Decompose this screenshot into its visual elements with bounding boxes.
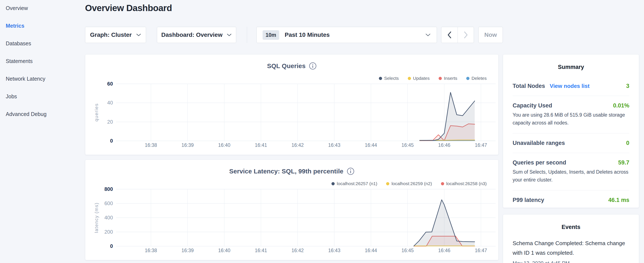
summary-row-capacity: Capacity Used 0.01% [512,102,629,109]
summary-row-qps: Queries per second 59.7 [512,159,629,166]
sql-queries-chart: 020406016:3816:3916:4016:4116:4216:4316:… [85,80,499,153]
chevron-down-icon [227,33,232,37]
time-range-label: Past 10 Minutes [285,32,425,38]
event-timestamp: May 13, 2020 at 4:45 PM [512,260,629,263]
qps-label: Queries per second [512,159,566,166]
sidebar-item-advanced-debug[interactable]: Advanced Debug [6,111,85,129]
svg-text:latency (ms): latency (ms) [94,202,99,233]
divider [512,190,629,190]
svg-text:16:44: 16:44 [365,248,377,253]
summary-row-total-nodes: Total Nodes View nodes list 3 [512,83,629,89]
events-panel: Events Schema Change Completed: Schema c… [503,214,639,263]
capacity-used-label: Capacity Used [512,102,552,109]
svg-text:40: 40 [107,100,113,106]
qps-value: 59.7 [618,159,629,166]
svg-text:16:38: 16:38 [145,142,157,148]
total-nodes-value: 3 [626,83,629,89]
unavailable-ranges-label: Unavailable ranges [512,140,565,146]
sidebar-nav: Overview Metrics Databases Statements Ne… [0,0,85,263]
svg-text:16:46: 16:46 [438,248,450,253]
graph-dropdown-label: Graph: Cluster [90,32,132,38]
info-icon[interactable] [309,62,316,70]
svg-text:0: 0 [110,138,113,144]
right-column: Summary Total Nodes View nodes list 3 Ca… [503,54,639,263]
time-step-buttons [441,27,474,43]
svg-text:800: 800 [104,186,113,192]
svg-text:16:39: 16:39 [182,248,194,253]
summary-title: Summary [512,64,629,70]
charts-column: SQL Queries SelectsUpdatesInsertsDeletes… [85,54,498,263]
svg-text:16:41: 16:41 [255,142,267,148]
svg-text:400: 400 [104,215,113,220]
capacity-used-value: 0.01% [613,102,629,109]
page-title: Overview Dashboard [85,3,172,13]
info-icon[interactable] [347,167,354,175]
svg-text:16:45: 16:45 [402,142,414,148]
dashboard-controls: Graph: Cluster Dashboard: Overview 10m P… [85,27,503,43]
svg-text:16:39: 16:39 [182,142,194,148]
dashboard-dropdown[interactable]: Dashboard: Overview [157,27,236,43]
svg-text:16:41: 16:41 [255,248,267,253]
svg-text:60: 60 [107,81,113,87]
svg-text:16:43: 16:43 [328,142,340,148]
svg-text:20: 20 [107,119,113,125]
svg-text:16:46: 16:46 [438,142,450,148]
chevron-down-icon [425,33,431,37]
now-button[interactable]: Now [478,27,503,43]
svg-text:16:40: 16:40 [218,248,230,253]
capacity-used-description: You are using 28.6 MiB of 515.9 GiB usab… [512,111,629,127]
divider [512,133,629,133]
time-range-dropdown[interactable]: 10m Past 10 Minutes [256,27,437,43]
dashboard-dropdown-label: Dashboard: Overview [161,32,222,38]
view-nodes-list-link[interactable]: View nodes list [550,83,590,89]
chart-title: Service Latency: SQL, 99th percentile [229,168,343,175]
svg-text:16:43: 16:43 [328,248,340,253]
time-step-back-button[interactable] [442,27,458,43]
svg-text:16:42: 16:42 [292,142,304,148]
sidebar-item-metrics[interactable]: Metrics [6,23,85,41]
sidebar-item-overview[interactable]: Overview [6,5,85,23]
svg-text:0: 0 [110,243,113,249]
svg-text:16:44: 16:44 [365,142,377,148]
svg-text:16:40: 16:40 [218,142,230,148]
graph-dropdown[interactable]: Graph: Cluster [85,27,146,43]
svg-text:queries: queries [94,103,99,122]
event-message: Schema Change Completed: Schema change w… [512,238,629,258]
sidebar-item-statements[interactable]: Statements [6,58,85,76]
sidebar-item-network-latency[interactable]: Network Latency [6,76,85,93]
time-step-forward-button[interactable] [458,27,474,43]
service-latency-chart: 020040060080016:3816:3916:4016:4116:4216… [85,185,499,258]
svg-text:16:38: 16:38 [145,248,157,253]
svg-text:16:42: 16:42 [292,248,304,253]
total-nodes-label: Total Nodes [512,83,545,89]
summary-panel: Summary Total Nodes View nodes list 3 Ca… [503,54,639,208]
p99-latency-label: P99 latency [512,197,544,203]
svg-text:600: 600 [104,200,113,206]
svg-text:16:47: 16:47 [475,142,487,148]
controls-divider [247,27,247,43]
events-title: Events [512,224,629,230]
svg-text:16:47: 16:47 [475,248,487,253]
summary-row-p99: P99 latency 46.1 ms [512,197,629,203]
svg-text:200: 200 [104,229,113,235]
svg-text:16:45: 16:45 [402,248,414,253]
service-latency-chart-card: Service Latency: SQL, 99th percentile lo… [85,160,498,260]
summary-row-unavailable-ranges: Unavailable ranges 0 [512,140,629,146]
sidebar-item-databases[interactable]: Databases [6,41,85,58]
chart-title: SQL Queries [267,62,306,70]
qps-description: Sum of Selects, Updates, Inserts, and De… [512,168,629,184]
time-range-badge: 10m [262,30,279,40]
chevron-down-icon [136,33,141,37]
sidebar-item-jobs[interactable]: Jobs [6,93,85,111]
unavailable-ranges-value: 0 [626,140,629,146]
p99-latency-value: 46.1 ms [608,197,629,203]
sql-queries-chart-card: SQL Queries SelectsUpdatesInsertsDeletes… [85,54,498,155]
